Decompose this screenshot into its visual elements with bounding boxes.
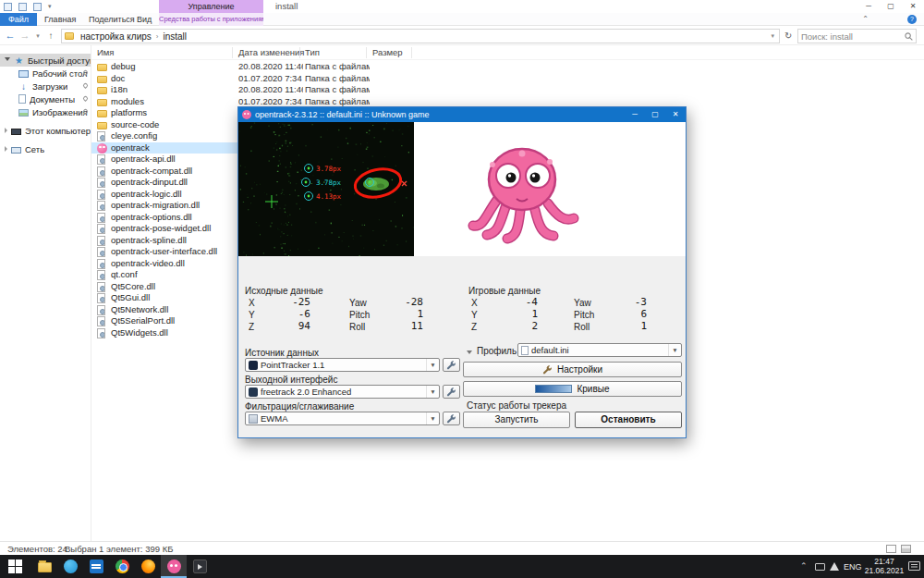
sidebar-item-desktop[interactable]: Рабочий стол bbox=[0, 67, 91, 80]
column-header-name[interactable]: Имя bbox=[97, 45, 115, 60]
filter-settings-button[interactable] bbox=[443, 412, 460, 425]
address-dropdown-icon[interactable]: ▾ bbox=[771, 32, 776, 40]
start-button[interactable] bbox=[8, 560, 22, 573]
table-row[interactable]: doc 01.07.2020 7:34 Папка с файлами bbox=[91, 73, 924, 85]
column-header-type[interactable]: Тип bbox=[305, 45, 320, 60]
file-icon bbox=[97, 247, 105, 257]
tab-home[interactable]: Главная bbox=[44, 13, 76, 26]
opentrack-maximize-button[interactable]: ▢ bbox=[645, 107, 665, 122]
details-view-icon[interactable] bbox=[886, 545, 896, 553]
sidebar-item-network[interactable]: Сеть bbox=[0, 142, 91, 155]
firefox-icon bbox=[141, 560, 155, 573]
close-button[interactable]: ✕ bbox=[902, 0, 924, 13]
svg-text:3.78px: 3.78px bbox=[316, 178, 342, 187]
table-row[interactable]: debug 20.08.2020 11:46 Папка с файлами bbox=[91, 61, 924, 73]
filter-value: EWMA bbox=[261, 413, 426, 424]
filter-select[interactable]: EWMA ▼ bbox=[245, 412, 440, 425]
opentrack-minimize-button[interactable]: ─ bbox=[625, 107, 645, 122]
output-settings-button[interactable] bbox=[443, 385, 460, 399]
tab-share[interactable]: Поделиться bbox=[89, 13, 135, 26]
taskbar-firefox[interactable] bbox=[135, 555, 161, 578]
qat-button-2[interactable] bbox=[33, 3, 42, 11]
back-button[interactable]: ← bbox=[4, 26, 17, 45]
chrome-icon bbox=[116, 560, 129, 573]
breadcrumb-current[interactable]: install bbox=[160, 31, 189, 42]
svg-text:3.78px: 3.78px bbox=[316, 165, 342, 173]
tab-file[interactable]: Файл bbox=[0, 13, 37, 26]
tab-view[interactable]: Вид bbox=[137, 13, 152, 26]
taskbar-messenger[interactable] bbox=[57, 555, 83, 578]
tab-app-tools[interactable]: Средства работы с приложениями bbox=[159, 13, 263, 26]
output-icon bbox=[249, 387, 258, 397]
tracker-settings-button[interactable] bbox=[443, 358, 460, 372]
profile-label: Профиль bbox=[477, 346, 517, 356]
maximize-button[interactable]: ▢ bbox=[880, 0, 902, 13]
game-yaw-value: -3 bbox=[601, 296, 647, 308]
curves-button[interactable]: Кривые bbox=[463, 381, 682, 397]
game-data-title: Игровые данные bbox=[468, 286, 541, 296]
search-icon bbox=[905, 32, 913, 41]
expander-icon[interactable] bbox=[5, 146, 7, 152]
address-bar[interactable]: настройка клиps › install ▾ bbox=[61, 29, 780, 43]
breadcrumb-parent[interactable]: настройка клиps bbox=[78, 31, 154, 42]
tracker-source-select[interactable]: PointTracker 1.1 ▼ bbox=[245, 358, 440, 372]
thumbnails-view-icon[interactable] bbox=[901, 545, 911, 553]
wrench-icon bbox=[542, 364, 553, 375]
qat-button-1[interactable] bbox=[18, 3, 27, 11]
contextual-tab-header[interactable]: Управление bbox=[159, 0, 263, 13]
table-row[interactable]: i18n 20.08.2020 11:46 Папка с файлами bbox=[91, 84, 924, 96]
sidebar-item-pictures[interactable]: Изображения bbox=[0, 105, 91, 118]
search-input[interactable] bbox=[801, 31, 905, 42]
file-name: opentrack-pose-widget.dll bbox=[111, 223, 236, 235]
profile-file-icon bbox=[521, 346, 529, 355]
column-header-date[interactable]: Дата изменения bbox=[238, 45, 304, 60]
history-dropdown-icon[interactable]: ▾ bbox=[31, 26, 44, 45]
minimize-button[interactable]: ─ bbox=[857, 0, 880, 13]
taskbar-media-app[interactable] bbox=[187, 555, 213, 578]
taskbar-chrome[interactable] bbox=[109, 555, 135, 578]
opentrack-close-button[interactable]: ✕ bbox=[665, 107, 686, 122]
sidebar-item-documents[interactable]: Документы bbox=[0, 92, 91, 105]
raw-pitch-value: 1 bbox=[375, 308, 423, 320]
clock[interactable]: 21:47 21.06.2021 bbox=[862, 558, 906, 575]
expander-icon[interactable] bbox=[5, 128, 7, 133]
sidebar-item-icon bbox=[18, 109, 29, 117]
forward-button[interactable]: → bbox=[18, 26, 31, 45]
tray-expand-icon[interactable]: ⌃ bbox=[800, 561, 808, 571]
search-box[interactable] bbox=[797, 29, 917, 43]
raw-roll-label: Roll bbox=[349, 322, 365, 332]
sidebar-item-icon bbox=[14, 55, 24, 66]
file-name: opentrack-dinput.dll bbox=[111, 177, 236, 189]
up-button[interactable]: ↑ bbox=[44, 26, 57, 45]
sidebar-item-downloads[interactable]: Загрузки bbox=[0, 80, 91, 92]
action-center-icon[interactable] bbox=[908, 561, 920, 571]
stop-button[interactable]: Остановить bbox=[575, 412, 682, 428]
file-name: Qt5SerialPort.dll bbox=[111, 315, 236, 327]
sidebar-item-quick-access[interactable]: Быстрый доступ bbox=[0, 54, 91, 67]
sidebar-item-computer[interactable]: Этот компьютер bbox=[0, 124, 91, 137]
expander-icon[interactable] bbox=[5, 57, 10, 64]
profile-menu-icon[interactable] bbox=[467, 350, 472, 354]
help-icon[interactable]: ? bbox=[907, 15, 917, 24]
taskbar-opentrack[interactable] bbox=[161, 555, 187, 578]
opentrack-titlebar[interactable]: opentrack-2.3.12 :: default.ini :: Unkno… bbox=[238, 107, 686, 122]
raw-y-label: Y bbox=[249, 310, 255, 320]
file-name: qt.conf bbox=[111, 269, 236, 281]
network-icon[interactable] bbox=[830, 562, 839, 571]
raw-yaw-value: -28 bbox=[375, 296, 423, 308]
language-indicator[interactable]: ENG bbox=[844, 562, 862, 572]
keyboard-icon[interactable] bbox=[815, 563, 825, 571]
taskbar-mail[interactable] bbox=[83, 555, 109, 578]
file-name: debug bbox=[111, 61, 236, 73]
start-button[interactable]: Запустить bbox=[463, 412, 570, 428]
ribbon-collapse-icon[interactable]: ⌃ bbox=[862, 15, 869, 23]
profile-select[interactable]: default.ini ▼ bbox=[517, 343, 682, 357]
output-interface-select[interactable]: freetrack 2.0 Enhanced ▼ bbox=[245, 385, 440, 399]
file-name: opentrack-spline.dll bbox=[111, 235, 236, 247]
taskbar-file-explorer[interactable] bbox=[31, 555, 57, 578]
curves-button-label: Кривые bbox=[577, 384, 609, 394]
refresh-icon[interactable]: ↻ bbox=[784, 29, 796, 43]
column-header-size[interactable]: Размер bbox=[372, 45, 403, 60]
qat-dropdown-icon[interactable]: ▾ bbox=[48, 3, 52, 10]
settings-button[interactable]: Настройки bbox=[463, 362, 682, 377]
